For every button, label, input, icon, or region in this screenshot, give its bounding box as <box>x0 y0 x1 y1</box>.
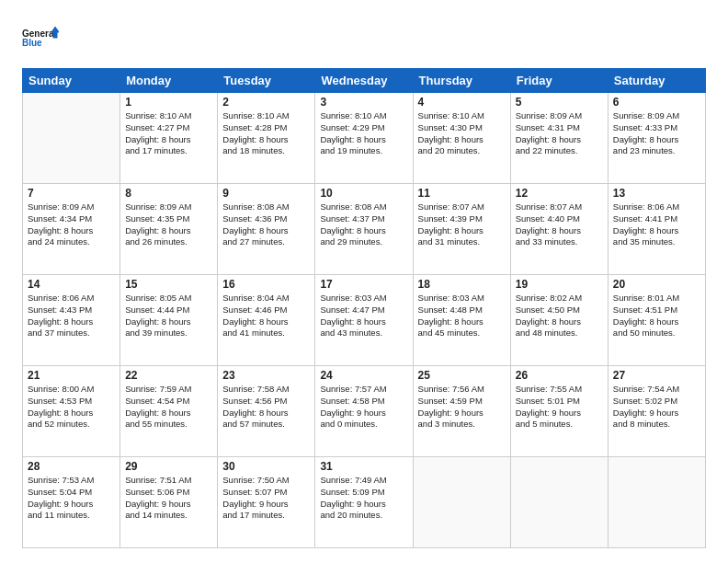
page-header: General Blue <box>22 18 706 57</box>
day-number: 19 <box>516 278 603 291</box>
day-info: Sunrise: 7:49 AMSunset: 5:09 PMDaylight:… <box>320 475 407 522</box>
day-info: Sunrise: 8:01 AMSunset: 4:51 PMDaylight:… <box>613 293 700 339</box>
calendar-cell: 19Sunrise: 8:02 AMSunset: 4:50 PMDayligh… <box>510 275 608 366</box>
day-number: 4 <box>418 96 506 109</box>
calendar-week-row: 28Sunrise: 7:53 AMSunset: 5:04 PMDayligh… <box>23 457 706 548</box>
day-info: Sunrise: 7:55 AMSunset: 5:01 PMDaylight:… <box>516 384 603 431</box>
day-number: 12 <box>516 187 603 200</box>
calendar-cell: 20Sunrise: 8:01 AMSunset: 4:51 PMDayligh… <box>608 275 705 366</box>
calendar-cell <box>413 457 510 548</box>
day-info: Sunrise: 7:57 AMSunset: 4:58 PMDaylight:… <box>320 384 407 431</box>
calendar-header-row: SundayMondayTuesdayWednesdayThursdayFrid… <box>23 69 706 93</box>
calendar-cell: 1Sunrise: 8:10 AMSunset: 4:27 PMDaylight… <box>120 93 218 184</box>
day-info: Sunrise: 7:54 AMSunset: 5:02 PMDaylight:… <box>613 384 700 431</box>
day-info: Sunrise: 8:10 AMSunset: 4:29 PMDaylight:… <box>320 110 407 157</box>
day-number: 21 <box>28 369 115 382</box>
day-info: Sunrise: 8:10 AMSunset: 4:27 PMDaylight:… <box>125 110 212 157</box>
day-number: 2 <box>222 96 310 109</box>
day-number: 27 <box>613 369 700 382</box>
day-info: Sunrise: 8:09 AMSunset: 4:35 PMDaylight:… <box>125 201 212 248</box>
weekday-header: Sunday <box>23 69 120 93</box>
calendar-cell: 15Sunrise: 8:05 AMSunset: 4:44 PMDayligh… <box>120 275 218 366</box>
day-info: Sunrise: 8:09 AMSunset: 4:34 PMDaylight:… <box>28 201 115 248</box>
calendar-cell: 24Sunrise: 7:57 AMSunset: 4:58 PMDayligh… <box>315 366 413 457</box>
calendar-cell: 31Sunrise: 7:49 AMSunset: 5:09 PMDayligh… <box>315 457 413 548</box>
calendar-table: SundayMondayTuesdayWednesdayThursdayFrid… <box>22 68 706 548</box>
day-info: Sunrise: 7:53 AMSunset: 5:04 PMDaylight:… <box>28 475 115 522</box>
weekday-header: Saturday <box>608 69 705 93</box>
calendar-cell: 2Sunrise: 8:10 AMSunset: 4:28 PMDaylight… <box>218 93 315 184</box>
day-info: Sunrise: 8:03 AMSunset: 4:48 PMDaylight:… <box>418 293 506 339</box>
day-number: 1 <box>125 96 212 109</box>
calendar-cell: 8Sunrise: 8:09 AMSunset: 4:35 PMDaylight… <box>120 184 218 275</box>
day-number: 24 <box>320 369 407 382</box>
weekday-header: Friday <box>510 69 608 93</box>
day-number: 18 <box>418 278 506 291</box>
day-number: 29 <box>125 460 212 473</box>
day-number: 14 <box>28 278 115 291</box>
calendar-cell: 25Sunrise: 7:56 AMSunset: 4:59 PMDayligh… <box>413 366 510 457</box>
day-number: 6 <box>613 96 700 109</box>
day-number: 15 <box>125 278 212 291</box>
calendar-cell: 12Sunrise: 8:07 AMSunset: 4:40 PMDayligh… <box>510 184 608 275</box>
day-info: Sunrise: 8:09 AMSunset: 4:31 PMDaylight:… <box>516 110 603 157</box>
weekday-header: Tuesday <box>218 69 315 93</box>
day-info: Sunrise: 8:10 AMSunset: 4:28 PMDaylight:… <box>222 110 310 157</box>
calendar-cell: 18Sunrise: 8:03 AMSunset: 4:48 PMDayligh… <box>413 275 510 366</box>
day-number: 25 <box>418 369 506 382</box>
calendar-cell: 4Sunrise: 8:10 AMSunset: 4:30 PMDaylight… <box>413 93 510 184</box>
calendar-cell: 30Sunrise: 7:50 AMSunset: 5:07 PMDayligh… <box>218 457 315 548</box>
calendar-cell: 7Sunrise: 8:09 AMSunset: 4:34 PMDaylight… <box>23 184 120 275</box>
day-info: Sunrise: 8:10 AMSunset: 4:30 PMDaylight:… <box>418 110 506 157</box>
day-info: Sunrise: 8:03 AMSunset: 4:47 PMDaylight:… <box>320 293 407 339</box>
calendar-cell: 13Sunrise: 8:06 AMSunset: 4:41 PMDayligh… <box>608 184 705 275</box>
calendar-cell: 26Sunrise: 7:55 AMSunset: 5:01 PMDayligh… <box>510 366 608 457</box>
day-number: 17 <box>320 278 407 291</box>
calendar-cell: 11Sunrise: 8:07 AMSunset: 4:39 PMDayligh… <box>413 184 510 275</box>
calendar-week-row: 7Sunrise: 8:09 AMSunset: 4:34 PMDaylight… <box>23 184 706 275</box>
calendar-cell: 10Sunrise: 8:08 AMSunset: 4:37 PMDayligh… <box>315 184 413 275</box>
day-info: Sunrise: 8:06 AMSunset: 4:43 PMDaylight:… <box>28 293 115 339</box>
calendar-cell <box>23 93 120 184</box>
calendar-cell: 28Sunrise: 7:53 AMSunset: 5:04 PMDayligh… <box>23 457 120 548</box>
day-info: Sunrise: 8:07 AMSunset: 4:40 PMDaylight:… <box>516 201 603 248</box>
day-number: 16 <box>222 278 310 291</box>
calendar-cell <box>608 457 705 548</box>
svg-text:Blue: Blue <box>22 38 42 48</box>
calendar-cell: 3Sunrise: 8:10 AMSunset: 4:29 PMDaylight… <box>315 93 413 184</box>
calendar-cell: 5Sunrise: 8:09 AMSunset: 4:31 PMDaylight… <box>510 93 608 184</box>
day-info: Sunrise: 8:05 AMSunset: 4:44 PMDaylight:… <box>125 293 212 339</box>
calendar-cell: 23Sunrise: 7:58 AMSunset: 4:56 PMDayligh… <box>218 366 315 457</box>
day-info: Sunrise: 8:02 AMSunset: 4:50 PMDaylight:… <box>516 293 603 339</box>
day-info: Sunrise: 8:08 AMSunset: 4:37 PMDaylight:… <box>320 201 407 248</box>
day-number: 22 <box>125 369 212 382</box>
day-number: 9 <box>222 187 310 200</box>
day-number: 3 <box>320 96 407 109</box>
day-number: 23 <box>222 369 310 382</box>
day-number: 10 <box>320 187 407 200</box>
calendar-week-row: 21Sunrise: 8:00 AMSunset: 4:53 PMDayligh… <box>23 366 706 457</box>
logo-svg: General Blue <box>22 18 59 57</box>
day-number: 11 <box>418 187 506 200</box>
day-info: Sunrise: 8:00 AMSunset: 4:53 PMDaylight:… <box>28 384 115 431</box>
day-info: Sunrise: 7:56 AMSunset: 4:59 PMDaylight:… <box>418 384 506 431</box>
calendar-cell: 17Sunrise: 8:03 AMSunset: 4:47 PMDayligh… <box>315 275 413 366</box>
day-number: 7 <box>28 187 115 200</box>
day-info: Sunrise: 7:51 AMSunset: 5:06 PMDaylight:… <box>125 475 212 522</box>
calendar-cell: 6Sunrise: 8:09 AMSunset: 4:33 PMDaylight… <box>608 93 705 184</box>
calendar-cell: 16Sunrise: 8:04 AMSunset: 4:46 PMDayligh… <box>218 275 315 366</box>
weekday-header: Thursday <box>413 69 510 93</box>
day-number: 28 <box>28 460 115 473</box>
day-info: Sunrise: 8:07 AMSunset: 4:39 PMDaylight:… <box>418 201 506 248</box>
calendar-week-row: 1Sunrise: 8:10 AMSunset: 4:27 PMDaylight… <box>23 93 706 184</box>
calendar-cell: 27Sunrise: 7:54 AMSunset: 5:02 PMDayligh… <box>608 366 705 457</box>
day-info: Sunrise: 7:50 AMSunset: 5:07 PMDaylight:… <box>222 475 310 522</box>
calendar-cell: 14Sunrise: 8:06 AMSunset: 4:43 PMDayligh… <box>23 275 120 366</box>
day-info: Sunrise: 8:08 AMSunset: 4:36 PMDaylight:… <box>222 201 310 248</box>
day-info: Sunrise: 7:58 AMSunset: 4:56 PMDaylight:… <box>222 384 310 431</box>
weekday-header: Monday <box>120 69 218 93</box>
calendar-cell <box>510 457 608 548</box>
day-info: Sunrise: 8:06 AMSunset: 4:41 PMDaylight:… <box>613 201 700 248</box>
day-info: Sunrise: 8:04 AMSunset: 4:46 PMDaylight:… <box>222 293 310 339</box>
day-number: 13 <box>613 187 700 200</box>
